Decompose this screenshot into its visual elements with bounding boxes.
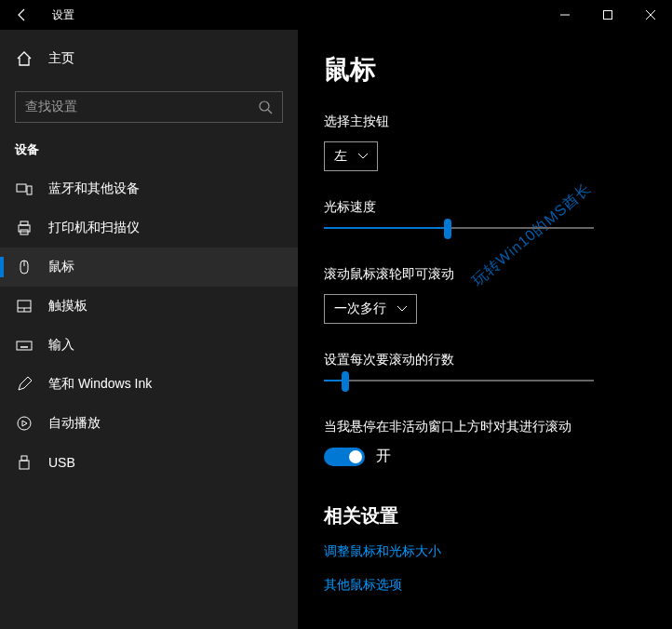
sidebar-item-autoplay[interactable]: 自动播放 (0, 404, 298, 443)
search-icon (258, 100, 273, 114)
scroll-mode-label: 滚动鼠标滚轮即可滚动 (324, 266, 646, 283)
svg-rect-5 (27, 186, 32, 194)
cursor-speed-slider[interactable] (324, 227, 594, 229)
usb-icon (15, 454, 34, 471)
svg-rect-22 (20, 461, 29, 469)
close-button[interactable] (629, 0, 672, 30)
home-label: 主页 (48, 50, 74, 67)
sidebar-item-label: 打印机和扫描仪 (48, 220, 140, 236)
back-button[interactable] (0, 0, 45, 30)
toggle-state: 开 (376, 447, 391, 466)
inactive-scroll-toggle[interactable] (324, 448, 365, 466)
lines-slider[interactable] (324, 380, 594, 381)
mouse-icon (15, 259, 34, 275)
sidebar-item-printers[interactable]: 打印机和扫描仪 (0, 208, 298, 248)
sidebar-item-pen[interactable]: 笔和 Windows Ink (0, 365, 298, 404)
svg-rect-1 (604, 11, 612, 20)
link-other-mouse-options[interactable]: 其他鼠标选项 (324, 577, 646, 594)
search-input[interactable]: 查找设置 (15, 91, 283, 123)
sidebar-item-label: 蓝牙和其他设备 (48, 181, 140, 197)
minimize-button[interactable] (544, 0, 586, 30)
svg-rect-21 (21, 456, 27, 461)
window-controls (544, 0, 672, 30)
sidebar-item-typing[interactable]: 输入 (0, 326, 298, 365)
dropdown-value: 一次多行 (334, 301, 386, 317)
scroll-mode-dropdown[interactable]: 一次多行 (324, 294, 417, 324)
cursor-speed-label: 光标速度 (324, 199, 646, 216)
svg-line-3 (268, 110, 272, 114)
svg-point-2 (260, 101, 269, 111)
slider-thumb[interactable] (342, 371, 349, 392)
lines-label: 设置每次要滚动的行数 (324, 352, 646, 368)
sidebar-item-touchpad[interactable]: 触摸板 (0, 287, 298, 326)
link-adjust-cursor[interactable]: 调整鼠标和光标大小 (324, 543, 646, 560)
main-panel: 玩转Win10的MS酋长 鼠标 选择主按钮 左 光标速度 滚动鼠标滚轮即可滚动 … (298, 30, 672, 629)
slider-thumb[interactable] (444, 219, 451, 239)
svg-rect-7 (20, 221, 28, 225)
search-placeholder: 查找设置 (25, 99, 77, 115)
related-settings-title: 相关设置 (324, 503, 646, 529)
titlebar: 设置 (0, 0, 672, 30)
primary-button-label: 选择主按钮 (324, 114, 646, 130)
devices-icon (15, 181, 34, 197)
sidebar-item-label: USB (48, 455, 75, 470)
primary-button-dropdown[interactable]: 左 (324, 141, 378, 171)
sidebar-item-label: 笔和 Windows Ink (48, 376, 152, 393)
home-icon (15, 50, 34, 67)
inactive-scroll-label: 当我悬停在非活动窗口上方时对其进行滚动 (324, 419, 646, 435)
sidebar-item-label: 自动播放 (48, 415, 101, 432)
dropdown-value: 左 (334, 148, 347, 165)
autoplay-icon (15, 415, 34, 432)
page-title: 鼠标 (324, 52, 646, 87)
chevron-down-icon (397, 306, 407, 312)
svg-point-20 (18, 417, 31, 430)
sidebar: 主页 查找设置 设备 蓝牙和其他设备 打印机和扫描仪 鼠标 触摸板 输入 (0, 30, 298, 629)
sidebar-item-label: 输入 (48, 337, 74, 354)
sidebar-item-bluetooth[interactable]: 蓝牙和其他设备 (0, 169, 298, 208)
pen-icon (15, 376, 34, 393)
touchpad-icon (15, 298, 34, 314)
chevron-down-icon (358, 154, 368, 159)
sidebar-item-usb[interactable]: USB (0, 443, 298, 482)
maximize-button[interactable] (586, 0, 629, 30)
sidebar-item-label: 触摸板 (48, 298, 87, 314)
printer-icon (15, 220, 34, 236)
home-link[interactable]: 主页 (0, 41, 298, 76)
svg-rect-4 (17, 184, 26, 192)
keyboard-icon (15, 337, 34, 354)
section-label: 设备 (0, 141, 298, 169)
svg-rect-14 (17, 341, 32, 350)
window-title: 设置 (52, 7, 74, 23)
sidebar-item-mouse[interactable]: 鼠标 (0, 248, 298, 287)
sidebar-item-label: 鼠标 (48, 259, 74, 275)
